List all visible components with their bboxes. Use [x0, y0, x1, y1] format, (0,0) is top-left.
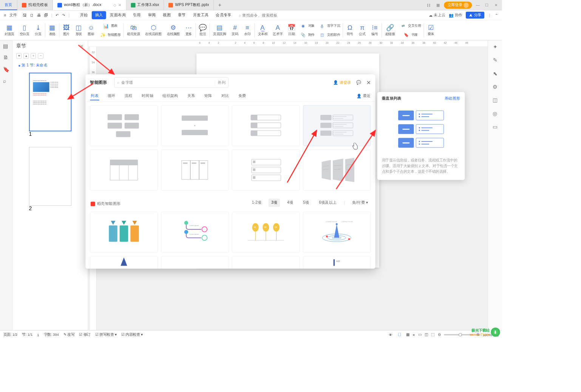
ribbon-hyperlink[interactable]: 🔗超链接	[383, 21, 398, 39]
chapter-tool-remove[interactable]: −	[38, 53, 43, 59]
ribbon-more[interactable]: ⋯更多	[182, 21, 195, 39]
menu-tab-reference[interactable]: 引用	[130, 11, 144, 19]
tab-pin-icon[interactable]: ◇	[113, 3, 116, 7]
window-close[interactable]: ✕	[493, 2, 499, 8]
docer-card-3[interactable]: 010203	[232, 212, 300, 253]
dialog-search-type[interactable]: 并列	[215, 80, 226, 85]
ribbon-crossref[interactable]: ⇄交叉引用	[397, 22, 423, 30]
status-view-outline[interactable]: ≡	[413, 333, 415, 337]
cloud-status[interactable]: ☁未上云	[429, 12, 445, 18]
window-maximize[interactable]: ☐	[484, 2, 490, 8]
ribbon-mindmap[interactable]: ⚙在线脑图	[164, 21, 182, 39]
tab-word-doc[interactable]: word教程（新）.docx ◇ ✕	[53, 0, 126, 10]
chapter-tool-add[interactable]: +	[31, 53, 36, 59]
dlgtab-compare[interactable]: 对比	[221, 92, 230, 100]
ribbon-numbering[interactable]: ⁝≡编号	[368, 21, 381, 39]
tab-docer[interactable]: 找稻壳模板	[17, 0, 53, 10]
page-thumb-2[interactable]	[29, 147, 71, 206]
dlgtab-recent[interactable]: 👤最近	[357, 93, 371, 99]
command-search-input[interactable]	[242, 13, 288, 17]
menu-tab-member[interactable]: 会员专享	[213, 11, 235, 19]
leftrail-outline-icon[interactable]: ▤	[3, 43, 9, 49]
dialog-chat-icon[interactable]: 💬	[356, 80, 361, 85]
rightrail-ai-icon[interactable]: ✦	[493, 44, 497, 50]
ribbon-chart[interactable]: 📊图表	[97, 22, 122, 30]
collab-button[interactable]: 👥协作	[449, 12, 462, 18]
menu-tab-pagelayout[interactable]: 页面布局	[107, 11, 129, 19]
ql-print-icon[interactable]: 🖶	[36, 12, 42, 18]
ribbon-bookmark[interactable]: 🔖书签	[397, 31, 423, 39]
ribbon-quickpart[interactable]: ◫文档部件	[317, 31, 342, 39]
filter-4[interactable]: 4项	[285, 198, 296, 207]
status-page[interactable]: 页面: 1/2	[3, 332, 18, 337]
ribbon-coverpage[interactable]: ▦封面页	[2, 21, 17, 39]
ribbon-attach[interactable]: 📎附件	[298, 31, 317, 39]
ribbon-flowchart[interactable]: ⬡在线流程图	[143, 21, 164, 39]
shape-card-8[interactable]	[303, 149, 371, 191]
chapter-close-icon[interactable]: ✕	[80, 43, 84, 49]
zoom-out-icon[interactable]: ⊖	[438, 332, 441, 337]
ribbon-smartshape[interactable]: ✨智能图形	[97, 31, 122, 39]
ql-undo-icon[interactable]: ↶	[54, 12, 60, 18]
status-view-read[interactable]: ◫	[425, 332, 428, 337]
ribbon-pagenum[interactable]: #页码	[229, 21, 241, 39]
window-minimize[interactable]: —	[474, 2, 481, 8]
menu-file[interactable]: 文件	[8, 12, 19, 18]
ribbon-table[interactable]: ▦表格	[46, 21, 59, 39]
status-revision[interactable]: ☑ 修订	[79, 332, 90, 337]
horizontal-ruler[interactable]: 6422468101214161820222426283032343638404…	[88, 40, 488, 47]
zoom-slider[interactable]	[444, 334, 473, 335]
ribbon-wordart[interactable]: A艺术字	[270, 21, 285, 39]
dlgtab-list[interactable]: 列表	[90, 92, 99, 100]
menu-hamburger-icon[interactable]: ≡	[3, 12, 8, 18]
chapter-tool-expand[interactable]: ▴	[23, 53, 29, 59]
docer-card-6[interactable]	[161, 256, 229, 269]
menu-tab-chapter[interactable]: 章节	[175, 11, 189, 19]
ribbon-pagebreak[interactable]: ⤓分页	[32, 21, 45, 39]
dlgtab-cycle[interactable]: 循环	[107, 92, 116, 100]
shape-card-1[interactable]	[90, 105, 158, 146]
ribbon-image[interactable]: 🖼图片	[60, 21, 73, 39]
menu-tab-start[interactable]: 开始	[77, 11, 91, 19]
tab-close-icon[interactable]: ✕	[118, 3, 122, 7]
rightrail-location-icon[interactable]: ◎	[493, 111, 497, 117]
status-revise[interactable]: ✎ 改写	[63, 332, 74, 337]
status-words[interactable]: 字数: 394	[44, 332, 59, 337]
ribbon-equation[interactable]: π公式	[356, 21, 369, 39]
filter-6plus[interactable]: 6项及以上	[317, 198, 340, 207]
filter-1-2[interactable]: 1-2项	[249, 198, 264, 207]
ribbon-docer[interactable]: 🛍稻壳资源	[124, 21, 142, 39]
menu-tab-insert[interactable]: 插入	[92, 11, 106, 19]
rightrail-pen-icon[interactable]: ✎	[493, 57, 497, 63]
chapter-tool-collapse[interactable]: ▾	[16, 53, 22, 59]
ribbon-shape[interactable]: ◫形状	[73, 21, 85, 39]
status-view-web[interactable]: ▭	[418, 332, 422, 337]
tab-xlsx[interactable]: 工作簿3.xlsx	[126, 0, 164, 10]
shape-card-4-hovered[interactable]	[303, 105, 371, 146]
ribbon-textbox[interactable]: A̲文本框	[255, 21, 270, 39]
status-eye-icon[interactable]: 👁	[389, 333, 392, 337]
dialog-search[interactable]: ⌕ 并列	[114, 77, 228, 88]
dialog-login-link[interactable]: 👤请登录	[333, 80, 351, 85]
ribbon-blankpage[interactable]: ▯空白页	[17, 21, 32, 39]
status-contentcheck[interactable]: ☑ 内容检查 ▾	[121, 332, 143, 337]
dlgtab-process[interactable]: 流程	[124, 92, 133, 100]
filter-paid[interactable]: 免/付费 ▾	[350, 198, 371, 207]
ribbon-object[interactable]: ◉对象	[298, 22, 317, 30]
dialog-search-input[interactable]	[121, 80, 213, 85]
menu-tab-review[interactable]: 审阅	[145, 11, 159, 19]
dlgtab-free[interactable]: 免费	[238, 92, 247, 100]
ql-printpreview-icon[interactable]: 🗐	[43, 12, 49, 18]
rightrail-layers-icon[interactable]: ◫	[493, 97, 498, 103]
status-focus-icon[interactable]: ⬚	[431, 332, 434, 337]
leftrail-doc-icon[interactable]: 🗎	[3, 55, 9, 61]
docer-card-1[interactable]	[90, 212, 158, 253]
ribbon-iconlib[interactable]: ☺图标	[85, 21, 97, 39]
rightrail-select-icon[interactable]: ⬉	[493, 71, 497, 77]
dlgtab-relation[interactable]: 关系	[187, 92, 196, 100]
ribbon-symbol[interactable]: Ω符号	[344, 21, 356, 39]
dlgtab-matrix[interactable]: 矩阵	[204, 92, 213, 100]
status-section[interactable]: 节: 1/1	[22, 332, 32, 337]
status-spellcheck[interactable]: ☑ 拼写检查 ▾	[95, 332, 117, 337]
docer-card-8[interactable]: 标题	[303, 256, 371, 269]
